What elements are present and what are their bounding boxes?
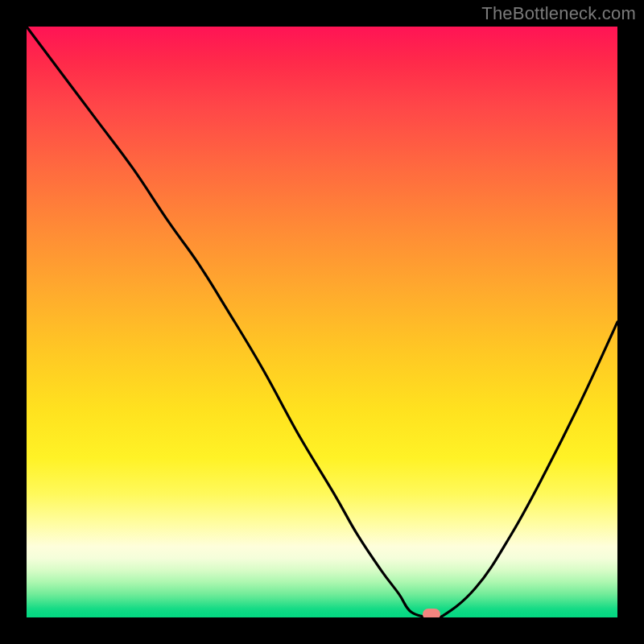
bottleneck-curve: [27, 27, 617, 617]
watermark-text: TheBottleneck.com: [481, 3, 636, 24]
plot-area: [27, 27, 617, 617]
optimal-point-marker: [423, 609, 440, 617]
chart-frame: TheBottleneck.com: [0, 0, 644, 644]
